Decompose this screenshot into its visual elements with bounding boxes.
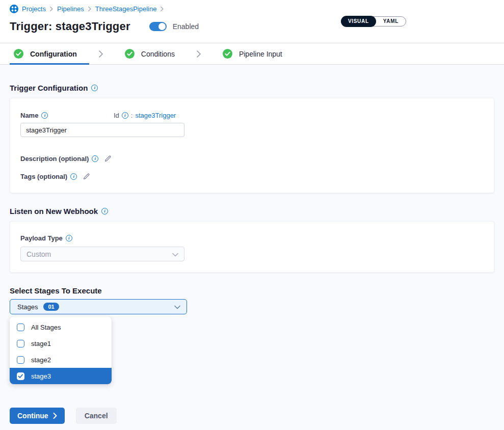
option-label: stage2: [31, 356, 51, 364]
yaml-mode-button[interactable]: YAML: [376, 16, 406, 26]
stages-dropdown-menu: All Stages stage1 stage2 stage3: [10, 316, 112, 384]
cancel-label: Cancel: [85, 412, 108, 420]
info-icon[interactable]: [92, 155, 98, 162]
info-icon[interactable]: [91, 85, 98, 91]
info-icon[interactable]: [66, 235, 72, 241]
stage-option-stage1[interactable]: stage1: [10, 335, 112, 352]
checkbox-icon[interactable]: [17, 324, 24, 331]
stages-select-label: Stages: [17, 303, 38, 311]
tags-label-text: Tags (optional): [20, 173, 67, 180]
name-id-row: Name Id : stage3Trigger: [20, 112, 484, 119]
breadcrumb-link-projects[interactable]: Projects: [22, 5, 46, 13]
tab-label: Conditions: [141, 50, 175, 58]
webhook-card: Payload Type Custom: [10, 221, 494, 273]
page-title: Trigger: stage3Trigger: [10, 20, 130, 33]
name-label: Name: [20, 112, 114, 119]
tags-label: Tags (optional): [20, 173, 77, 180]
check-circle-icon: [125, 49, 135, 59]
name-input[interactable]: [20, 123, 184, 137]
checkbox-icon[interactable]: [17, 356, 24, 364]
visual-mode-button[interactable]: VISUAL: [341, 16, 376, 27]
projects-icon: [10, 5, 18, 13]
check-circle-icon: [14, 49, 23, 59]
stages-multiselect[interactable]: Stages 01: [10, 299, 187, 314]
chevron-right-icon: [49, 6, 54, 12]
visual-yaml-toggle: VISUAL YAML: [341, 16, 406, 26]
chevron-right-icon: [53, 413, 57, 419]
trigger-configuration-page: Projects Pipelines ThreeStagesPipeline T…: [0, 0, 504, 430]
continue-button[interactable]: Continue: [10, 408, 65, 424]
stage-option-all-stages[interactable]: All Stages: [10, 319, 112, 335]
toggle-knob: [158, 23, 166, 30]
select-stages-heading: Select Stages To Execute: [10, 286, 494, 295]
trigger-configuration-heading: Trigger Configuration: [10, 65, 494, 92]
checkbox-icon[interactable]: [17, 340, 24, 347]
payload-type-label-text: Payload Type: [20, 234, 63, 242]
breadcrumb-link-pipeline-name[interactable]: ThreeStagesPipeline: [95, 5, 157, 13]
page-header: Projects Pipelines ThreeStagesPipeline T…: [0, 0, 504, 43]
edit-tags-icon[interactable]: [83, 173, 90, 180]
description-label: Description (optional): [20, 155, 98, 163]
enabled-label: Enabled: [173, 22, 199, 31]
trigger-configuration-card: Name Id : stage3Trigger Description (opt…: [10, 98, 494, 193]
stage-option-stage2[interactable]: stage2: [10, 352, 112, 368]
id-label: Id: [114, 112, 119, 119]
description-row: Description (optional): [20, 155, 484, 163]
check-circle-icon: [223, 49, 232, 59]
content-area: Trigger Configuration Name Id : stage3Tr…: [0, 65, 504, 430]
webhook-heading: Listen on New Webhook: [10, 193, 494, 216]
continue-label: Continue: [17, 412, 48, 420]
name-label-text: Name: [20, 112, 38, 119]
payload-type-value: Custom: [26, 250, 51, 258]
footer-actions: Continue Cancel: [10, 408, 494, 424]
info-icon[interactable]: [101, 208, 108, 214]
tags-row: Tags (optional): [20, 173, 484, 180]
tab-pipeline-input[interactable]: Pipeline Input: [210, 43, 295, 64]
description-label-text: Description (optional): [20, 155, 89, 163]
tab-label: Configuration: [30, 50, 77, 58]
chevron-down-icon: [174, 302, 180, 311]
edit-description-icon[interactable]: [104, 155, 112, 163]
info-icon[interactable]: [41, 112, 48, 119]
title-row: Trigger: stage3Trigger Enabled: [10, 20, 504, 33]
chevron-right-icon: [196, 50, 201, 58]
info-icon[interactable]: [122, 112, 128, 119]
breadcrumb: Projects Pipelines ThreeStagesPipeline: [0, 0, 504, 13]
tab-configuration[interactable]: Configuration: [10, 43, 89, 64]
wizard-tabbar: Configuration Conditions Pipeline Input: [0, 43, 504, 65]
option-label: All Stages: [31, 324, 61, 331]
tab-label: Pipeline Input: [239, 50, 282, 58]
id-separator: :: [131, 112, 133, 119]
stage-option-stage3[interactable]: stage3: [10, 368, 112, 384]
tab-conditions[interactable]: Conditions: [113, 43, 187, 64]
option-label: stage1: [31, 340, 51, 347]
checkbox-checked-icon[interactable]: [17, 372, 24, 380]
payload-type-label: Payload Type: [20, 234, 72, 242]
payload-type-select[interactable]: Custom: [20, 247, 184, 261]
cancel-button[interactable]: Cancel: [76, 408, 117, 424]
chevron-right-icon: [160, 6, 164, 12]
chevron-down-icon: [172, 250, 178, 259]
id-display: Id : stage3Trigger: [114, 112, 176, 119]
enabled-toggle[interactable]: [149, 22, 167, 31]
heading-text: Listen on New Webhook: [10, 207, 98, 216]
info-icon[interactable]: [70, 173, 77, 180]
chevron-right-icon: [88, 6, 92, 12]
chevron-right-icon: [98, 50, 103, 58]
option-label: stage3: [31, 372, 51, 380]
id-value: stage3Trigger: [135, 112, 176, 119]
heading-text: Trigger Configuration: [10, 84, 88, 92]
breadcrumb-link-pipelines[interactable]: Pipelines: [57, 5, 84, 13]
selected-count-badge: 01: [43, 303, 59, 311]
